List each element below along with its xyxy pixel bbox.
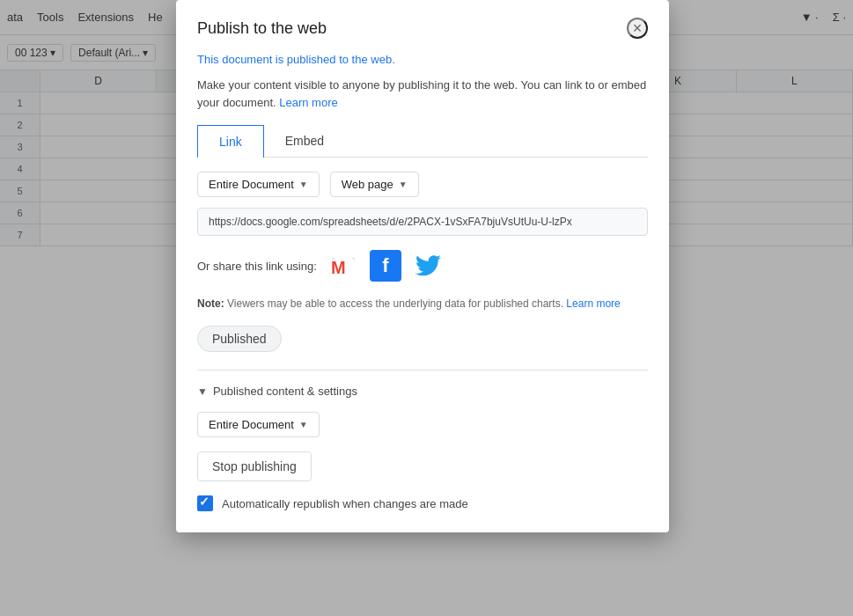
note-text: Note: Viewers may be able to access the … xyxy=(197,296,648,312)
auto-republish-label: Automatically republish when changes are… xyxy=(222,497,468,510)
auto-republish-checkbox[interactable] xyxy=(197,495,213,511)
close-button[interactable]: × xyxy=(627,18,648,39)
share-twitter-button[interactable] xyxy=(412,250,444,282)
tab-embed[interactable]: Embed xyxy=(264,125,345,157)
published-badge: Published xyxy=(197,326,282,352)
share-facebook-button[interactable]: f xyxy=(370,250,401,282)
dropdowns-row: Entire Document ▼ Web page ▼ xyxy=(197,172,648,197)
dialog-title: Publish to the web xyxy=(197,19,327,38)
dialog-header: Publish to the web × xyxy=(176,0,669,53)
note-bold: Note: xyxy=(197,297,224,310)
svg-text:M: M xyxy=(331,258,346,277)
learn-more-link[interactable]: Learn more xyxy=(279,96,337,109)
dropdown-arrow: ▼ xyxy=(399,180,408,189)
description-text: Make your content visible to anyone by p… xyxy=(197,77,648,111)
section-label: Published content & settings xyxy=(213,385,357,398)
note-body: Viewers may be able to access the underl… xyxy=(227,297,563,310)
tabs-row: Link Embed xyxy=(197,125,648,158)
published-notice: This document is published to the web. xyxy=(197,53,648,66)
section-header[interactable]: ▼ Published content & settings xyxy=(197,385,648,398)
share-text: Or share this link using: xyxy=(197,260,317,273)
note-learn-more-link[interactable]: Learn more xyxy=(566,297,620,310)
format-dropdown[interactable]: Web page ▼ xyxy=(330,172,419,197)
share-gmail-button[interactable]: M xyxy=(327,250,359,282)
section-document-dropdown[interactable]: Entire Document ▼ xyxy=(197,412,320,437)
dropdown-arrow: ▼ xyxy=(299,180,308,189)
share-row: Or share this link using: M f xyxy=(197,250,648,282)
document-dropdown[interactable]: Entire Document ▼ xyxy=(197,172,320,197)
chevron-down-icon: ▼ xyxy=(197,385,208,398)
stop-publishing-button[interactable]: Stop publishing xyxy=(197,451,312,481)
dialog-body: This document is published to the web. M… xyxy=(176,53,669,532)
tab-link[interactable]: Link xyxy=(197,125,264,158)
section-divider xyxy=(197,370,648,370)
checkbox-row: Automatically republish when changes are… xyxy=(197,495,648,511)
url-field[interactable]: https://docs.google.com/spreadsheets/d/e… xyxy=(197,208,648,236)
dropdown-arrow: ▼ xyxy=(299,420,308,429)
publish-dialog: Publish to the web × This document is pu… xyxy=(176,0,669,532)
